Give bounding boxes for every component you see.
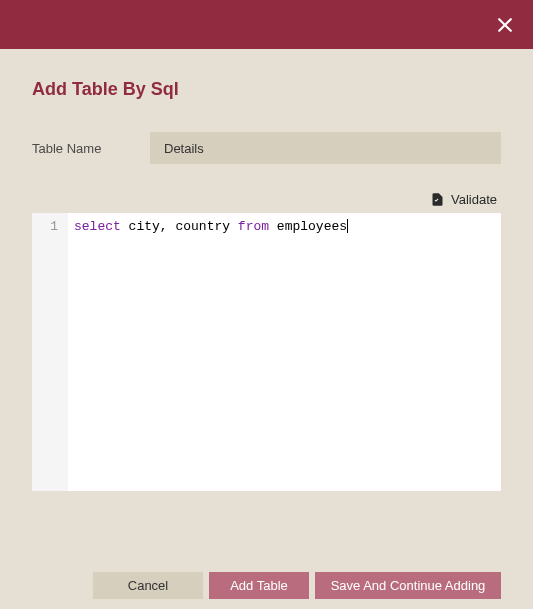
line-number: 1 — [32, 219, 58, 234]
titlebar — [0, 0, 533, 49]
close-icon — [495, 15, 515, 35]
close-button[interactable] — [487, 7, 523, 43]
validate-row: Validate — [32, 192, 501, 207]
line-gutter: 1 — [32, 213, 68, 491]
table-name-input[interactable] — [150, 132, 501, 164]
sql-code-area[interactable]: select city, country from employees — [68, 213, 501, 491]
add-table-button[interactable]: Add Table — [209, 572, 309, 599]
dialog-footer: Cancel Add Table Save And Continue Addin… — [0, 561, 533, 609]
save-continue-button[interactable]: Save And Continue Adding — [315, 572, 501, 599]
table-name-row: Table Name — [32, 132, 501, 164]
cancel-button[interactable]: Cancel — [93, 572, 203, 599]
dialog-title: Add Table By Sql — [32, 79, 501, 100]
validate-button[interactable]: Validate — [430, 192, 497, 207]
dialog-content: Add Table By Sql Table Name Validate 1 s… — [0, 49, 533, 491]
table-name-label: Table Name — [32, 141, 150, 156]
validate-icon — [430, 192, 445, 207]
validate-label: Validate — [451, 192, 497, 207]
sql-editor[interactable]: 1 select city, country from employees — [32, 213, 501, 491]
